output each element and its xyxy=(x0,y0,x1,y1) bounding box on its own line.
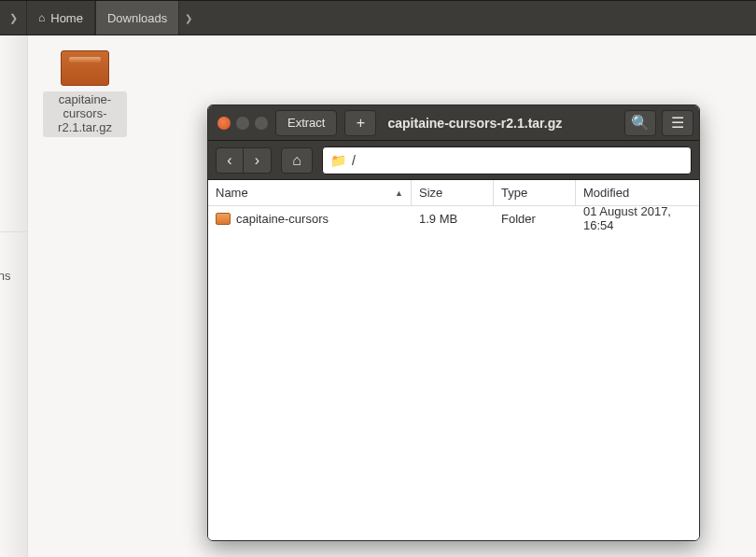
sidebar-partial-label: tions xyxy=(0,269,10,283)
archive-toolbar: ‹ › ⌂ 📁 / xyxy=(208,141,699,180)
nav-forward-chevron-icon[interactable]: ❯ xyxy=(0,1,26,35)
cell-size: 1.9 MB xyxy=(412,212,494,226)
archive-title: capitaine-cursors-r2.1.tar.gz xyxy=(384,116,617,131)
search-button[interactable]: 🔍 xyxy=(624,110,656,136)
extract-button[interactable]: Extract xyxy=(275,110,337,136)
file-item-archive[interactable]: capitaine-cursors-r2.1.tar.gz xyxy=(43,50,127,137)
file-item-label: capitaine-cursors-r2.1.tar.gz xyxy=(43,91,127,137)
home-icon: ⌂ xyxy=(292,152,301,169)
archive-manager-window: Extract + capitaine-cursors-r2.1.tar.gz … xyxy=(207,104,700,541)
folder-icon xyxy=(216,213,231,225)
file-manager-sidebar: tions xyxy=(0,35,28,557)
maximize-button[interactable] xyxy=(255,117,268,130)
home-icon: ⌂ xyxy=(38,11,45,24)
package-icon xyxy=(61,50,109,86)
menu-button[interactable]: ☰ xyxy=(662,110,693,136)
window-controls xyxy=(214,117,268,130)
breadcrumb-downloads[interactable]: Downloads xyxy=(95,1,179,35)
column-header-row: Name ▲ Size Type Modified xyxy=(208,180,699,206)
cell-type: Folder xyxy=(494,212,576,226)
column-header-modified[interactable]: Modified xyxy=(576,180,699,205)
column-label: Size xyxy=(419,186,442,200)
plus-icon: + xyxy=(357,115,365,132)
sidebar-separator xyxy=(0,231,27,232)
nav-buttons: ‹ › xyxy=(216,147,272,174)
close-button[interactable] xyxy=(217,117,231,130)
column-header-type[interactable]: Type xyxy=(494,180,576,205)
breadcrumb-label: Home xyxy=(50,11,83,25)
path-value: / xyxy=(352,153,356,168)
file-manager-pathbar: ❯ ⌂ Home Downloads ❯ xyxy=(0,0,756,35)
column-label: Modified xyxy=(583,186,629,200)
cell-name: capitaine-cursors xyxy=(208,212,412,226)
archive-file-list[interactable]: capitaine-cursors 1.9 MB Folder 01 Augus… xyxy=(208,206,699,540)
extract-button-label: Extract xyxy=(287,116,325,130)
column-label: Type xyxy=(501,186,527,200)
hamburger-icon: ☰ xyxy=(671,114,684,132)
minimize-button[interactable] xyxy=(236,117,249,130)
breadcrumb-home[interactable]: ⌂ Home xyxy=(27,1,95,35)
breadcrumb-end-chevron-icon: ❯ xyxy=(179,1,198,35)
search-icon: 🔍 xyxy=(631,114,650,132)
column-header-size[interactable]: Size xyxy=(412,180,494,205)
folder-icon: 📁 xyxy=(330,153,346,168)
home-button[interactable]: ⌂ xyxy=(281,147,313,174)
cell-modified: 01 August 2017, 16:54 xyxy=(576,204,699,232)
add-button[interactable]: + xyxy=(344,110,376,136)
column-header-name[interactable]: Name ▲ xyxy=(208,180,412,205)
column-label: Name xyxy=(216,186,248,200)
archive-titlebar[interactable]: Extract + capitaine-cursors-r2.1.tar.gz … xyxy=(208,105,699,141)
path-input[interactable]: 📁 / xyxy=(322,146,692,174)
sort-ascending-icon: ▲ xyxy=(395,188,403,198)
titlebar-tools: 🔍 ☰ xyxy=(624,110,693,136)
chevron-right-icon: › xyxy=(255,152,259,169)
nav-forward-button[interactable]: › xyxy=(244,147,272,174)
breadcrumb-label: Downloads xyxy=(107,11,167,25)
nav-back-button[interactable]: ‹ xyxy=(216,147,244,174)
list-item[interactable]: capitaine-cursors 1.9 MB Folder 01 Augus… xyxy=(208,206,699,230)
chevron-left-icon: ‹ xyxy=(227,152,231,169)
entry-name: capitaine-cursors xyxy=(236,212,329,226)
